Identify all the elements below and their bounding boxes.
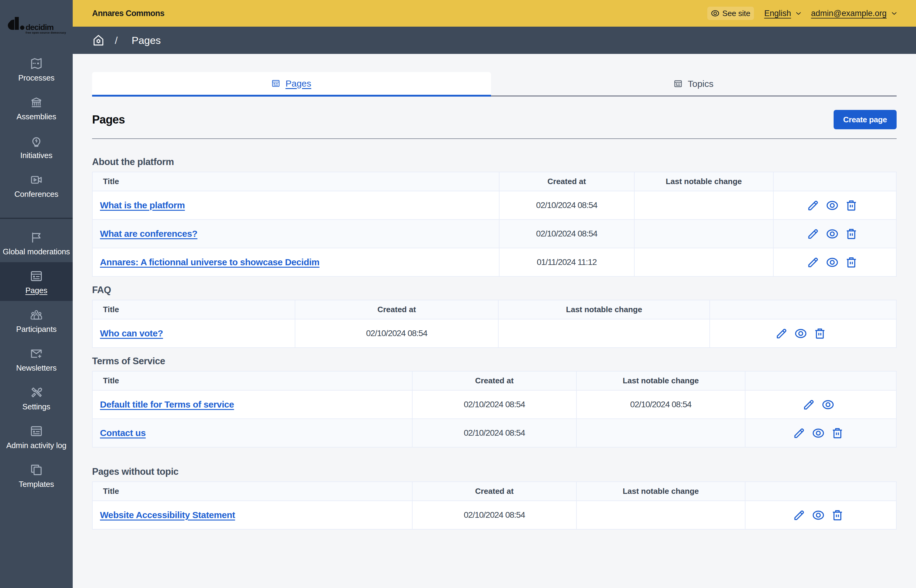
svg-text:decidim: decidim — [26, 23, 53, 32]
svg-text:free open-source democracy: free open-source democracy — [26, 31, 66, 34]
